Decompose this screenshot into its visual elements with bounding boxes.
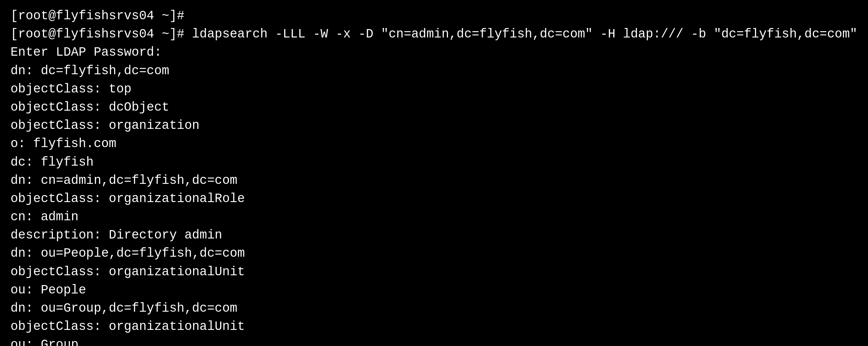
terminal-line-line3: objectClass: top	[10, 80, 858, 98]
terminal-line-prompt1: [root@flyfishsrvs04 ~]#	[10, 7, 858, 25]
terminal-line-line1: Enter LDAP Password:	[10, 43, 858, 62]
terminal-line-line11: description: Directory admin	[10, 226, 858, 244]
terminal-line-line12: dn: ou=People,dc=flyfish,dc=com	[10, 244, 858, 263]
terminal-line-line2: dn: dc=flyfish,dc=com	[10, 62, 858, 80]
terminal-window: [root@flyfishsrvs04 ~]#[root@flyfishsrvs…	[10, 7, 858, 346]
terminal-line-line13: objectClass: organizationalUnit	[10, 263, 858, 281]
terminal-line-line6: o: flyfish.com	[10, 135, 858, 153]
terminal-line-line5: objectClass: organization	[10, 117, 858, 135]
terminal-line-line15: dn: ou=Group,dc=flyfish,dc=com	[10, 299, 858, 318]
terminal-line-line17: ou: Group	[10, 336, 858, 346]
terminal-line-line8: dn: cn=admin,dc=flyfish,dc=com	[10, 172, 858, 190]
terminal-line-line7: dc: flyfish	[10, 153, 858, 172]
terminal-line-line9: objectClass: organizationalRole	[10, 190, 858, 208]
terminal-line-command1: [root@flyfishsrvs04 ~]# ldapsearch -LLL …	[10, 25, 858, 43]
terminal-line-line10: cn: admin	[10, 208, 858, 226]
terminal-line-line14: ou: People	[10, 281, 858, 299]
terminal-line-line16: objectClass: organizationalUnit	[10, 318, 858, 336]
terminal-line-line4: objectClass: dcObject	[10, 98, 858, 117]
